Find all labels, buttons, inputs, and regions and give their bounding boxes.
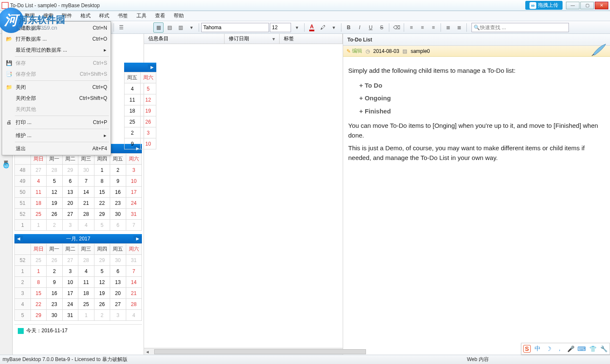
align-right-button[interactable]: ≡: [428, 22, 438, 33]
calendar-day[interactable]: 12: [140, 94, 144, 105]
globe-icon[interactable]: 🌐: [3, 162, 10, 169]
tree-icon[interactable]: ☰: [116, 22, 126, 33]
calendar-day[interactable]: 30: [78, 165, 94, 176]
calendar-day[interactable]: 11: [78, 277, 94, 288]
calendar-day[interactable]: 23: [47, 299, 63, 310]
font-color-button[interactable]: A: [307, 22, 317, 33]
calendar-day[interactable]: 3: [126, 165, 142, 176]
menu-编辑[interactable]: 编辑: [2, 11, 20, 21]
calendar-day[interactable]: 28: [126, 299, 142, 310]
calendar-day[interactable]: 12: [47, 187, 63, 198]
calendar-day[interactable]: 29: [30, 310, 47, 321]
calendar-day[interactable]: 28: [78, 209, 94, 220]
calendar-day[interactable]: 20: [110, 288, 126, 299]
calendar-day[interactable]: 13: [110, 277, 126, 288]
punct-icon[interactable]: ，: [555, 345, 564, 353]
calendar-day[interactable]: 6: [110, 266, 126, 277]
calendar-day[interactable]: 5: [140, 83, 144, 94]
calendar-day[interactable]: 13: [62, 187, 78, 198]
calendar-day[interactable]: 4: [30, 176, 47, 187]
calendar-day[interactable]: 20: [62, 198, 78, 209]
menu-item[interactable]: 最近使用过的数据库 ...▸: [3, 44, 110, 55]
col-tags[interactable]: 标签: [280, 34, 343, 44]
calendar-day[interactable]: 9: [47, 277, 63, 288]
menu-item[interactable]: 退出Alt+F4: [3, 143, 110, 154]
align-left-button[interactable]: ≡: [406, 22, 416, 33]
calendar-day[interactable]: 28: [78, 255, 94, 266]
menu-书签[interactable]: 书签: [114, 11, 132, 21]
maximize-button[interactable]: ▢: [580, 2, 594, 9]
calendar-day[interactable]: 5: [94, 220, 110, 231]
calendar-day[interactable]: 2: [47, 266, 63, 277]
keyboard-icon[interactable]: ⌨: [577, 345, 586, 353]
ime-bar[interactable]: S 中 ☽ ， 🎤 ⌨ 👕 🔧: [521, 343, 610, 355]
col-date[interactable]: 修订日期▾: [225, 34, 280, 44]
calendar-day[interactable]: 23: [110, 198, 126, 209]
calendar-day[interactable]: 7: [78, 176, 94, 187]
layout3-icon[interactable]: ▥: [175, 22, 186, 33]
calendar-day[interactable]: 27: [30, 165, 47, 176]
calendar-day[interactable]: 29: [94, 255, 110, 266]
calendar-day[interactable]: 18: [30, 198, 47, 209]
calendar-day[interactable]: 18: [125, 105, 141, 116]
calendar-day[interactable]: 8: [94, 176, 110, 187]
calendar-day[interactable]: 12: [94, 277, 110, 288]
calendar-day[interactable]: 24: [126, 198, 142, 209]
size-drop-icon[interactable]: ▾: [292, 22, 302, 33]
ime-lang[interactable]: 中: [533, 345, 542, 353]
calendar-day[interactable]: 31: [62, 310, 78, 321]
calendar-day[interactable]: 4: [126, 310, 142, 321]
calendar-day[interactable]: 11: [125, 94, 141, 105]
calendar-day[interactable]: 31: [126, 255, 142, 266]
quick-search[interactable]: 🔍: [471, 23, 569, 32]
calendar-day[interactable]: 8: [30, 277, 47, 288]
skin-icon[interactable]: 👕: [588, 345, 597, 353]
calendar-day[interactable]: 17: [126, 187, 142, 198]
calendar-day[interactable]: 26: [47, 209, 63, 220]
font-size-select[interactable]: [270, 23, 291, 32]
calendar-day[interactable]: 30: [110, 209, 126, 220]
calendar-day[interactable]: 22: [30, 299, 47, 310]
bgcolor-button[interactable]: ▾: [329, 22, 339, 33]
menu-item[interactable]: 📁关闭Ctrl+Q: [3, 82, 110, 93]
calendar-day[interactable]: 14: [78, 187, 94, 198]
menu-item[interactable]: 📂打开数据库 ...Ctrl+O: [3, 33, 110, 44]
calendar-day[interactable]: 5: [47, 176, 63, 187]
calendar-day[interactable]: 26: [47, 255, 63, 266]
highlight-button[interactable]: 🖍: [318, 22, 328, 33]
minimize-button[interactable]: —: [566, 2, 580, 9]
horizontal-scrollbar[interactable]: ◂: [144, 348, 343, 355]
calendar-day[interactable]: 15: [94, 187, 110, 198]
menu-帮助[interactable]: 帮助: [169, 11, 188, 21]
calendar-day[interactable]: 19: [94, 288, 110, 299]
close-button[interactable]: ✕: [595, 2, 608, 9]
calendar-day[interactable]: 7: [126, 220, 142, 231]
calendar-day[interactable]: 4: [78, 220, 94, 231]
calendar-day[interactable]: 9: [125, 138, 141, 149]
calendar-day[interactable]: 18: [78, 288, 94, 299]
list-ul-button[interactable]: ≣: [454, 22, 464, 33]
menu-搜索[interactable]: 搜索: [39, 11, 58, 21]
edit-button[interactable]: ✎编辑: [347, 47, 362, 55]
menu-item[interactable]: 📄创建数据库 ...Ctrl+N: [3, 22, 110, 33]
calendar-day[interactable]: 16: [47, 288, 63, 299]
calendar-day[interactable]: 28: [47, 165, 63, 176]
list-ol-button[interactable]: ≣: [443, 22, 453, 33]
calendar-day[interactable]: 4: [78, 266, 94, 277]
calendar-day[interactable]: 6: [62, 176, 78, 187]
search-input[interactable]: [480, 25, 567, 30]
menu-整理[interactable]: 整理: [20, 11, 39, 21]
calendar-day[interactable]: 27: [110, 299, 126, 310]
italic-button[interactable]: I: [355, 22, 365, 33]
font-family-select[interactable]: [201, 23, 269, 32]
menu-item[interactable]: 关闭全部Ctrl+Shift+Q: [3, 93, 110, 104]
menu-item[interactable]: 🖨打印 ...Ctrl+P: [3, 117, 110, 128]
moon-icon[interactable]: ☽: [544, 345, 553, 353]
calendar-day[interactable]: 25: [30, 209, 47, 220]
calendar-day[interactable]: 1: [78, 310, 94, 321]
calendar-day[interactable]: 10: [62, 277, 78, 288]
calendar-day[interactable]: 7: [126, 266, 142, 277]
layout1-icon[interactable]: ▦: [153, 22, 164, 33]
calendar-day[interactable]: 3: [110, 310, 126, 321]
calendar-day[interactable]: 10: [126, 176, 142, 187]
